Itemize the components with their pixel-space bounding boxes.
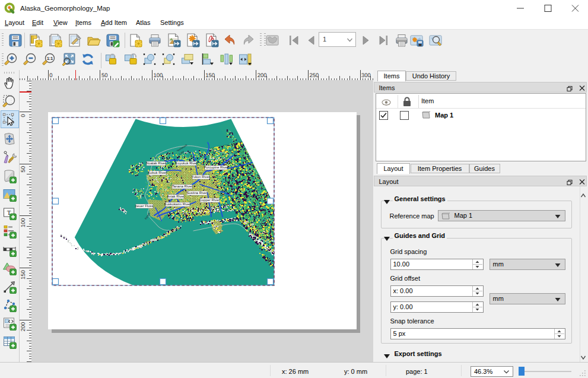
- svg-text:100: 100: [154, 72, 163, 79]
- svg-text:50: 50: [101, 72, 108, 79]
- svg-text:100: 100: [21, 218, 27, 227]
- svg-text:1:1: 1:1: [47, 56, 53, 61]
- svg-text:200: 200: [258, 72, 267, 79]
- svg-text:50: 50: [21, 166, 27, 173]
- svg-text:150: 150: [21, 270, 27, 279]
- svg-text:200: 200: [21, 322, 27, 332]
- svg-text:150: 150: [205, 72, 215, 79]
- svg-text:250: 250: [309, 72, 319, 79]
- svg-text:0: 0: [49, 72, 52, 79]
- svg-text:0: 0: [21, 114, 27, 117]
- svg-text:300: 300: [361, 72, 371, 79]
